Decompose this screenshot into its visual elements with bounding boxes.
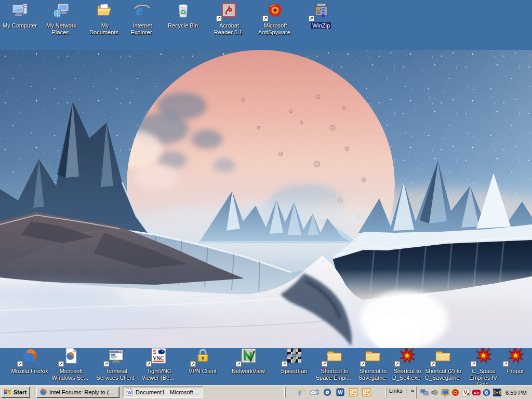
shortcut-overlay-icon: ↗ [262, 16, 268, 21]
desktop-icon-label: Acrobat Reader 5.1 [209, 22, 248, 35]
explosion-icon [398, 347, 416, 366]
shortcut-overlay-icon: ↗ [190, 361, 196, 367]
svg-text:♻: ♻ [180, 8, 186, 16]
desktop-icon-label: Microsoft Windows Se... [51, 368, 90, 381]
desktop-icon-label: NetworkView [229, 368, 268, 375]
terminal-services-icon [108, 347, 125, 366]
desktop-icon-label: TightVNC Viewer (Be... [139, 368, 178, 381]
desktop-icon-shortcut-2-c-savegame[interactable]: ↗ Shortcut (2) to C_Savegame [423, 348, 462, 381]
taskbar-clock[interactable]: 6:59 PM [506, 390, 527, 396]
quick-launch-bar: e W [296, 387, 371, 397]
links-toolbar: Links ¦ » [389, 388, 415, 394]
svg-text:ATI: ATI [473, 391, 479, 395]
shortcut-overlay-icon: ↗ [282, 361, 287, 367]
desktop-icon-label: Shortcut to D_Se4.exe [387, 368, 427, 381]
networkview-icon [240, 347, 257, 366]
desktop-icon-label: Shortcut (2) to C_Savegame [423, 368, 462, 381]
internet-explorer-icon: e [134, 2, 151, 21]
desktop-icon-my-documents[interactable]: My Documents [85, 2, 124, 35]
desktop-icon-propor[interactable]: ↗ Propor [496, 348, 532, 375]
desktop-icon-label: WinZip [301, 22, 341, 29]
desktop-icon-label: Shortcut to Space Empi... [314, 368, 354, 381]
volume-icon[interactable] [430, 388, 439, 397]
shortcut-overlay-icon: ↗ [471, 361, 476, 367]
display-icon[interactable] [441, 388, 449, 397]
explosion-icon [475, 347, 492, 366]
svg-text:W: W [338, 390, 343, 395]
start-button[interactable]: Start [1, 387, 30, 398]
shortcut-overlay-icon: ↗ [503, 361, 509, 367]
desktop-icon-shortcut-savegame[interactable]: ↗ Shortcut to Savegame [353, 348, 392, 381]
windows-flag-icon [4, 388, 12, 397]
links-separator: ¦ [406, 388, 407, 393]
desktop-icon-networkview[interactable]: ↗ NetworkView [229, 348, 268, 375]
shortcut-overlay-icon: ↗ [216, 16, 222, 21]
tightvnc-icon: VNC [150, 347, 167, 366]
toolbar-grip[interactable] [284, 387, 286, 397]
desktop-icon-speedfan[interactable]: ↗ SpeedFan [274, 348, 314, 375]
word-doc-icon: W [126, 388, 134, 397]
firefox-icon [21, 347, 38, 366]
desktop-icon-winzip[interactable]: ↗ WinZip [301, 2, 341, 29]
shortcut-overlay-icon: ↗ [146, 361, 152, 367]
internet-explorer-icon[interactable]: e [296, 387, 307, 397]
desktop-icon-microsoft-windows-se[interactable]: ↗ Microsoft Windows Se... [51, 348, 90, 381]
svg-text:W: W [127, 390, 132, 395]
clock-icon[interactable] [348, 387, 358, 397]
links-label: Links [389, 388, 403, 394]
explosion-icon [507, 347, 524, 366]
antivirus-icon[interactable]: V [461, 388, 470, 397]
chevron-button[interactable]: » [410, 388, 415, 394]
recycle-bin-icon: ♻ [175, 2, 192, 21]
media-player-icon[interactable] [322, 387, 332, 397]
shortcut-overlay-icon: ↗ [322, 361, 327, 367]
desktop[interactable]: { "desktop": { "background_color": "#3E6… [0, 0, 532, 399]
desktop-icon-acrobat-reader[interactable]: ↗ Acrobat Reader 5.1 [209, 2, 248, 35]
word-icon[interactable]: W [335, 387, 345, 397]
start-label: Start [14, 389, 26, 395]
taskbar-window-word[interactable]: W Document1 - Microsoft ... [123, 387, 203, 398]
desktop-icon-label: My Documents [85, 22, 124, 35]
desktop-icon-label: Internet Explorer [122, 22, 162, 35]
antispyware-icon[interactable] [451, 388, 460, 397]
desktop-icon-label: SpeedFan [274, 368, 314, 375]
my-documents-icon [96, 2, 113, 21]
shortcut-overlay-icon: ↗ [58, 361, 64, 367]
desktop-icon-my-network-places[interactable]: My Network Places [41, 2, 81, 35]
desktop-icon-label: Microsoft AntiSpyware [255, 22, 295, 35]
outlook-express-icon[interactable] [309, 387, 320, 397]
desktop-icon-microsoft-antispyware[interactable]: ↗ Microsoft AntiSpyware [255, 2, 295, 35]
desktop-icon-label: Mozilla Firefox [10, 368, 49, 375]
desktop-icon-vpn-client[interactable]: ↗ VPN Client [183, 348, 222, 375]
network-icon[interactable] [420, 388, 429, 397]
shortcut-overlay-icon: ↗ [17, 361, 23, 367]
ati-icon[interactable]: ATI [472, 388, 481, 397]
svg-text:e: e [136, 2, 142, 18]
desktop-icon-recycle-bin[interactable]: ♻ Recycle Bin [163, 2, 203, 29]
desktop-icon-mozilla-firefox[interactable]: ↗ Mozilla Firefox [10, 348, 49, 375]
wireless-icon[interactable] [493, 388, 501, 397]
desktop-icon-my-computer[interactable]: My Computer [0, 2, 39, 29]
clock-icon[interactable] [361, 387, 371, 397]
taskbar-window-title: Intel Forums: Reply to (... [49, 389, 113, 395]
desktop-icon-label: My Network Places [41, 22, 81, 35]
shortcut-overlay-icon: ↗ [430, 361, 436, 367]
desktop-icon-label: Recycle Bin [163, 22, 203, 29]
my-computer-icon [11, 2, 29, 21]
desktop-icon-internet-explorer[interactable]: e Internet Explorer [122, 2, 162, 35]
toolbar-grip[interactable] [33, 387, 34, 397]
taskbar-window-title: Document1 - Microsoft ... [136, 389, 200, 395]
quicktime-icon[interactable]: Q [482, 388, 491, 397]
desktop-icon-shortcut-space-empires[interactable]: ↗ Shortcut to Space Empi... [314, 348, 354, 381]
wallpaper-image [0, 50, 532, 348]
desktop-icon-label: My Computer [0, 22, 39, 29]
taskbar-window-firefox[interactable]: Intel Forums: Reply to (... [36, 387, 119, 398]
desktop-icon-shortcut-d-se4[interactable]: ↗ Shortcut to D_Se4.exe [387, 348, 427, 381]
desktop-icon-tightvnc-viewer[interactable]: VNC ↗ TightVNC Viewer (Be... [139, 348, 178, 381]
folder-icon [364, 347, 381, 366]
toolbar-grip[interactable] [385, 387, 387, 397]
taskbar: Start Intel Forums: Reply to (... W Docu… [0, 385, 532, 399]
desktop-icon-terminal-services-client[interactable]: ↗ Terminal Services Client [96, 348, 136, 381]
acrobat-reader-icon [220, 2, 237, 21]
firefox-document-icon [62, 347, 79, 366]
